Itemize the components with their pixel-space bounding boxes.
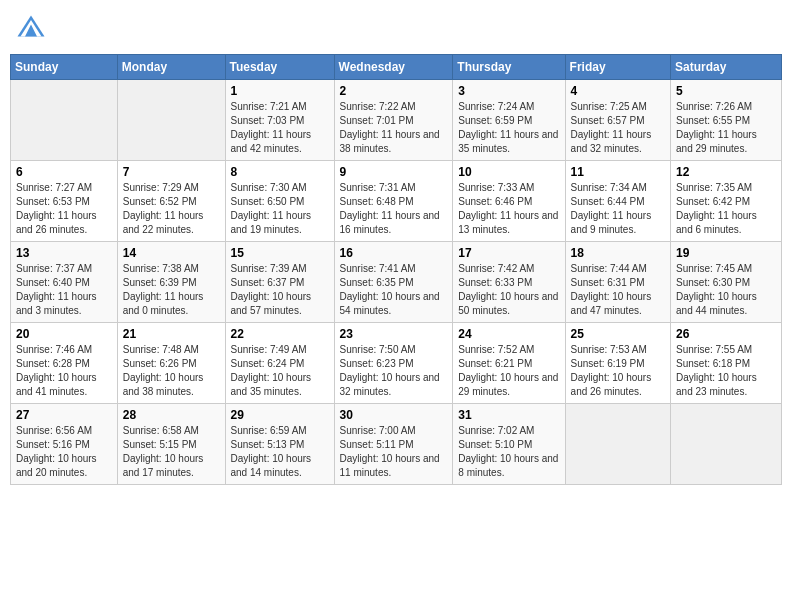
calendar-cell: 19Sunrise: 7:45 AM Sunset: 6:30 PM Dayli… [671, 242, 782, 323]
day-info: Sunrise: 7:49 AM Sunset: 6:24 PM Dayligh… [231, 343, 329, 399]
day-number: 6 [16, 165, 112, 179]
calendar-header: SundayMondayTuesdayWednesdayThursdayFrid… [11, 55, 782, 80]
day-number: 11 [571, 165, 665, 179]
page-header [10, 10, 782, 48]
calendar-week-4: 20Sunrise: 7:46 AM Sunset: 6:28 PM Dayli… [11, 323, 782, 404]
weekday-header-monday: Monday [117, 55, 225, 80]
day-info: Sunrise: 7:45 AM Sunset: 6:30 PM Dayligh… [676, 262, 776, 318]
day-info: Sunrise: 7:31 AM Sunset: 6:48 PM Dayligh… [340, 181, 448, 237]
calendar-cell: 1Sunrise: 7:21 AM Sunset: 7:03 PM Daylig… [225, 80, 334, 161]
day-number: 29 [231, 408, 329, 422]
calendar-cell: 31Sunrise: 7:02 AM Sunset: 5:10 PM Dayli… [453, 404, 565, 485]
day-info: Sunrise: 7:27 AM Sunset: 6:53 PM Dayligh… [16, 181, 112, 237]
calendar-cell: 11Sunrise: 7:34 AM Sunset: 6:44 PM Dayli… [565, 161, 670, 242]
day-info: Sunrise: 7:21 AM Sunset: 7:03 PM Dayligh… [231, 100, 329, 156]
calendar-cell [671, 404, 782, 485]
calendar-cell: 12Sunrise: 7:35 AM Sunset: 6:42 PM Dayli… [671, 161, 782, 242]
day-info: Sunrise: 7:22 AM Sunset: 7:01 PM Dayligh… [340, 100, 448, 156]
calendar-cell: 16Sunrise: 7:41 AM Sunset: 6:35 PM Dayli… [334, 242, 453, 323]
calendar-cell: 3Sunrise: 7:24 AM Sunset: 6:59 PM Daylig… [453, 80, 565, 161]
day-info: Sunrise: 7:38 AM Sunset: 6:39 PM Dayligh… [123, 262, 220, 318]
day-number: 15 [231, 246, 329, 260]
calendar-cell: 6Sunrise: 7:27 AM Sunset: 6:53 PM Daylig… [11, 161, 118, 242]
day-info: Sunrise: 7:39 AM Sunset: 6:37 PM Dayligh… [231, 262, 329, 318]
calendar-cell: 8Sunrise: 7:30 AM Sunset: 6:50 PM Daylig… [225, 161, 334, 242]
weekday-header-wednesday: Wednesday [334, 55, 453, 80]
day-info: Sunrise: 7:48 AM Sunset: 6:26 PM Dayligh… [123, 343, 220, 399]
day-number: 4 [571, 84, 665, 98]
day-number: 28 [123, 408, 220, 422]
day-info: Sunrise: 7:26 AM Sunset: 6:55 PM Dayligh… [676, 100, 776, 156]
day-info: Sunrise: 6:58 AM Sunset: 5:15 PM Dayligh… [123, 424, 220, 480]
calendar-cell: 10Sunrise: 7:33 AM Sunset: 6:46 PM Dayli… [453, 161, 565, 242]
logo [16, 14, 50, 44]
calendar-cell: 5Sunrise: 7:26 AM Sunset: 6:55 PM Daylig… [671, 80, 782, 161]
day-number: 9 [340, 165, 448, 179]
calendar-cell [11, 80, 118, 161]
day-info: Sunrise: 7:53 AM Sunset: 6:19 PM Dayligh… [571, 343, 665, 399]
day-number: 5 [676, 84, 776, 98]
calendar-cell: 29Sunrise: 6:59 AM Sunset: 5:13 PM Dayli… [225, 404, 334, 485]
day-info: Sunrise: 7:41 AM Sunset: 6:35 PM Dayligh… [340, 262, 448, 318]
day-number: 26 [676, 327, 776, 341]
day-info: Sunrise: 7:35 AM Sunset: 6:42 PM Dayligh… [676, 181, 776, 237]
calendar-cell: 17Sunrise: 7:42 AM Sunset: 6:33 PM Dayli… [453, 242, 565, 323]
day-number: 22 [231, 327, 329, 341]
day-number: 13 [16, 246, 112, 260]
day-number: 16 [340, 246, 448, 260]
day-number: 30 [340, 408, 448, 422]
day-number: 1 [231, 84, 329, 98]
day-info: Sunrise: 7:02 AM Sunset: 5:10 PM Dayligh… [458, 424, 559, 480]
day-number: 31 [458, 408, 559, 422]
calendar-cell: 13Sunrise: 7:37 AM Sunset: 6:40 PM Dayli… [11, 242, 118, 323]
calendar-cell: 23Sunrise: 7:50 AM Sunset: 6:23 PM Dayli… [334, 323, 453, 404]
day-info: Sunrise: 7:44 AM Sunset: 6:31 PM Dayligh… [571, 262, 665, 318]
day-number: 3 [458, 84, 559, 98]
weekday-header-tuesday: Tuesday [225, 55, 334, 80]
day-info: Sunrise: 7:55 AM Sunset: 6:18 PM Dayligh… [676, 343, 776, 399]
day-info: Sunrise: 7:00 AM Sunset: 5:11 PM Dayligh… [340, 424, 448, 480]
calendar-cell: 30Sunrise: 7:00 AM Sunset: 5:11 PM Dayli… [334, 404, 453, 485]
calendar-cell: 26Sunrise: 7:55 AM Sunset: 6:18 PM Dayli… [671, 323, 782, 404]
calendar-cell: 28Sunrise: 6:58 AM Sunset: 5:15 PM Dayli… [117, 404, 225, 485]
day-info: Sunrise: 7:42 AM Sunset: 6:33 PM Dayligh… [458, 262, 559, 318]
day-info: Sunrise: 7:25 AM Sunset: 6:57 PM Dayligh… [571, 100, 665, 156]
header-row: SundayMondayTuesdayWednesdayThursdayFrid… [11, 55, 782, 80]
day-info: Sunrise: 7:37 AM Sunset: 6:40 PM Dayligh… [16, 262, 112, 318]
calendar-week-2: 6Sunrise: 7:27 AM Sunset: 6:53 PM Daylig… [11, 161, 782, 242]
calendar-cell: 20Sunrise: 7:46 AM Sunset: 6:28 PM Dayli… [11, 323, 118, 404]
calendar-cell: 24Sunrise: 7:52 AM Sunset: 6:21 PM Dayli… [453, 323, 565, 404]
day-info: Sunrise: 7:24 AM Sunset: 6:59 PM Dayligh… [458, 100, 559, 156]
day-number: 19 [676, 246, 776, 260]
day-number: 27 [16, 408, 112, 422]
calendar-cell [565, 404, 670, 485]
calendar-table: SundayMondayTuesdayWednesdayThursdayFrid… [10, 54, 782, 485]
day-number: 23 [340, 327, 448, 341]
calendar-week-5: 27Sunrise: 6:56 AM Sunset: 5:16 PM Dayli… [11, 404, 782, 485]
day-info: Sunrise: 7:50 AM Sunset: 6:23 PM Dayligh… [340, 343, 448, 399]
calendar-cell: 22Sunrise: 7:49 AM Sunset: 6:24 PM Dayli… [225, 323, 334, 404]
weekday-header-sunday: Sunday [11, 55, 118, 80]
calendar-week-1: 1Sunrise: 7:21 AM Sunset: 7:03 PM Daylig… [11, 80, 782, 161]
day-number: 12 [676, 165, 776, 179]
calendar-cell: 2Sunrise: 7:22 AM Sunset: 7:01 PM Daylig… [334, 80, 453, 161]
logo-icon [16, 14, 46, 44]
weekday-header-thursday: Thursday [453, 55, 565, 80]
day-number: 7 [123, 165, 220, 179]
calendar-cell: 9Sunrise: 7:31 AM Sunset: 6:48 PM Daylig… [334, 161, 453, 242]
day-number: 18 [571, 246, 665, 260]
day-info: Sunrise: 7:52 AM Sunset: 6:21 PM Dayligh… [458, 343, 559, 399]
day-number: 10 [458, 165, 559, 179]
calendar-week-3: 13Sunrise: 7:37 AM Sunset: 6:40 PM Dayli… [11, 242, 782, 323]
calendar-cell: 4Sunrise: 7:25 AM Sunset: 6:57 PM Daylig… [565, 80, 670, 161]
calendar-cell: 15Sunrise: 7:39 AM Sunset: 6:37 PM Dayli… [225, 242, 334, 323]
day-info: Sunrise: 7:30 AM Sunset: 6:50 PM Dayligh… [231, 181, 329, 237]
day-number: 8 [231, 165, 329, 179]
calendar-body: 1Sunrise: 7:21 AM Sunset: 7:03 PM Daylig… [11, 80, 782, 485]
day-info: Sunrise: 6:56 AM Sunset: 5:16 PM Dayligh… [16, 424, 112, 480]
calendar-cell: 14Sunrise: 7:38 AM Sunset: 6:39 PM Dayli… [117, 242, 225, 323]
calendar-cell: 27Sunrise: 6:56 AM Sunset: 5:16 PM Dayli… [11, 404, 118, 485]
calendar-cell: 21Sunrise: 7:48 AM Sunset: 6:26 PM Dayli… [117, 323, 225, 404]
day-info: Sunrise: 7:33 AM Sunset: 6:46 PM Dayligh… [458, 181, 559, 237]
day-number: 14 [123, 246, 220, 260]
